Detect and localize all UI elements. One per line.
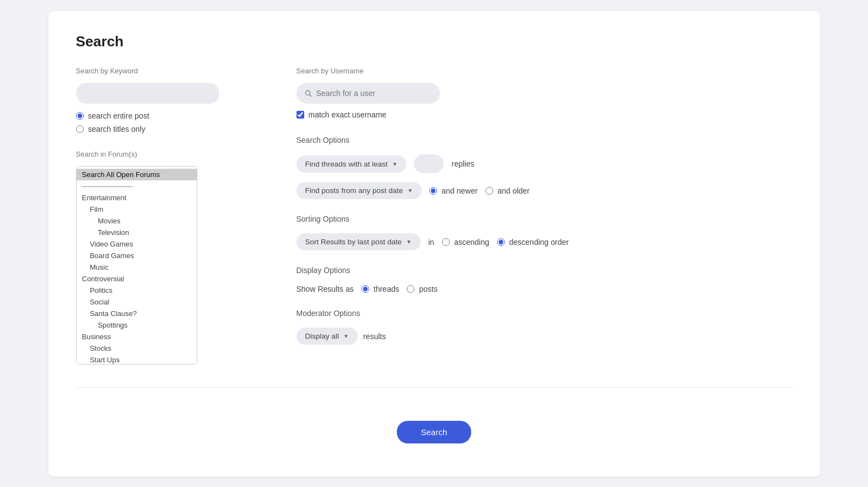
- display-all-chevron: ▼: [343, 333, 349, 339]
- find-posts-chevron: ▼: [407, 188, 413, 194]
- bottom-bar: Search: [76, 387, 792, 443]
- display-options-title: Display Options: [296, 266, 792, 275]
- username-input[interactable]: [316, 89, 432, 98]
- search-options-section: Search Options Find threads with at leas…: [296, 136, 792, 199]
- in-label: in: [428, 238, 434, 247]
- match-exact-checkbox[interactable]: [296, 111, 304, 119]
- radio-posts[interactable]: [407, 285, 414, 293]
- display-all-label: Display all: [305, 332, 339, 340]
- right-column: Search by Username match exact username …: [296, 67, 792, 365]
- find-threads-row: Find threads with at least ▼ replies: [296, 154, 792, 173]
- keyword-section-label: Search by Keyword: [76, 67, 263, 75]
- radio-entire-post-text: search entire post: [88, 111, 149, 120]
- radio-threads[interactable]: [362, 285, 369, 293]
- ascending-text: ascending: [454, 238, 489, 247]
- find-posts-row: Find posts from any post date ▼ and newe…: [296, 182, 792, 199]
- find-threads-label: Find threads with at least: [305, 160, 388, 168]
- radio-titles-only-text: search titles only: [88, 125, 145, 133]
- moderator-options-title: Moderator Options: [296, 309, 792, 318]
- posts-text: posts: [419, 285, 437, 293]
- find-posts-label: Find posts from any post date: [305, 186, 403, 195]
- display-options-section: Display Options Show Results as threads …: [296, 266, 792, 293]
- find-threads-chevron: ▼: [392, 161, 398, 167]
- descending-text: descending order: [509, 238, 569, 247]
- radio-titles-only-label[interactable]: search titles only: [76, 125, 263, 133]
- sort-results-dropdown[interactable]: Sort Results by last post date ▼: [296, 233, 421, 250]
- display-all-row: Display all ▼ results: [296, 328, 792, 345]
- and-newer-label[interactable]: and newer: [429, 186, 477, 195]
- threads-text: threads: [374, 285, 400, 293]
- search-options-title: Search Options: [296, 136, 792, 145]
- and-older-label[interactable]: and older: [486, 186, 530, 195]
- match-exact-label[interactable]: match exact username: [296, 110, 792, 119]
- sort-results-label: Sort Results by last post date: [305, 238, 402, 246]
- main-content: Search by Keyword search entire post sea…: [76, 67, 792, 365]
- posts-label[interactable]: posts: [407, 285, 437, 293]
- replies-label: replies: [451, 159, 474, 168]
- sorting-options-section: Sorting Options Sort Results by last pos…: [296, 215, 792, 250]
- replies-input[interactable]: [414, 154, 444, 173]
- display-all-dropdown[interactable]: Display all ▼: [296, 328, 358, 345]
- search-button[interactable]: Search: [397, 421, 472, 443]
- sort-chevron: ▼: [406, 239, 412, 245]
- sort-row: Sort Results by last post date ▼ in asce…: [296, 233, 792, 250]
- and-newer-text: and newer: [441, 186, 477, 195]
- find-posts-dropdown[interactable]: Find posts from any post date ▼: [296, 182, 422, 199]
- search-scope-group: search entire post search titles only: [76, 111, 263, 133]
- radio-ascending[interactable]: [442, 238, 450, 246]
- threads-label[interactable]: threads: [362, 285, 400, 293]
- forum-section-label: Search in Forum(s): [76, 150, 263, 158]
- sorting-options-title: Sorting Options: [296, 215, 792, 223]
- radio-and-older[interactable]: [486, 187, 493, 195]
- and-older-text: and older: [498, 186, 530, 195]
- username-section-label: Search by Username: [296, 67, 792, 75]
- left-column: Search by Keyword search entire post sea…: [76, 67, 263, 365]
- svg-line-1: [309, 95, 311, 97]
- forum-select[interactable]: Search All Open Forums ────────── Entert…: [76, 166, 197, 365]
- page-title: Search: [76, 33, 792, 50]
- show-results-label: Show Results as: [296, 285, 354, 293]
- ascending-label[interactable]: ascending: [442, 238, 489, 247]
- show-results-row: Show Results as threads posts: [296, 285, 792, 293]
- radio-descending[interactable]: [497, 238, 505, 246]
- find-threads-dropdown[interactable]: Find threads with at least ▼: [296, 156, 407, 173]
- search-page: Search Search by Keyword search entire p…: [48, 11, 820, 477]
- radio-titles-only[interactable]: [76, 125, 84, 133]
- radio-and-newer[interactable]: [429, 187, 437, 195]
- results-label: results: [363, 332, 386, 341]
- descending-label[interactable]: descending order: [497, 238, 569, 247]
- match-exact-text: match exact username: [309, 110, 387, 119]
- moderator-options-section: Moderator Options Display all ▼ results: [296, 309, 792, 345]
- forum-option-all: Search All Open Forums: [77, 169, 197, 180]
- radio-entire-post[interactable]: [76, 112, 84, 120]
- keyword-input[interactable]: [76, 83, 219, 104]
- radio-entire-post-label[interactable]: search entire post: [76, 111, 263, 120]
- username-search-box: [296, 83, 440, 104]
- search-icon: [304, 89, 312, 97]
